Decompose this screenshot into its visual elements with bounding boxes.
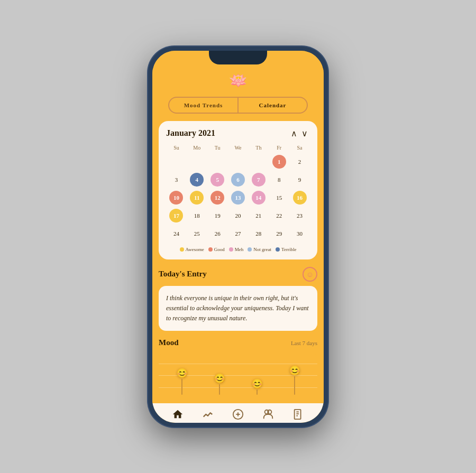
legend-label-good: Good: [214, 247, 225, 252]
mood-circle-6: 6: [231, 173, 245, 187]
phone-screen: 🪷 Mood Trends Calendar January 2021 ∧ ∨ …: [152, 51, 324, 423]
mood-section-header: Mood Last 7 days: [159, 338, 317, 347]
legend-good: Good: [208, 247, 225, 252]
day-header-mo: Mo: [187, 145, 207, 151]
day-number-18: 18: [194, 212, 200, 219]
legend-notgreat: Not great: [248, 247, 271, 252]
phone-frame: 🪷 Mood Trends Calendar January 2021 ∧ ∨ …: [148, 47, 328, 427]
legend-dot-terrible: [276, 247, 280, 252]
day-cell-28[interactable]: 28: [248, 226, 269, 242]
day-number-9: 9: [298, 177, 301, 183]
todays-entry-header: Today's Entry ☺: [159, 267, 317, 282]
mood-pin-line-2: [219, 384, 220, 395]
day-number-30: 30: [297, 230, 303, 237]
mood-circle-12: 12: [210, 191, 224, 205]
todays-entry-section: Today's Entry ☺ I think everyone is uniq…: [159, 267, 317, 331]
logo-area: 🪷: [152, 67, 324, 97]
day-cell-24[interactable]: 24: [166, 226, 187, 242]
nav-item-trends[interactable]: [202, 409, 214, 420]
day-cell-12[interactable]: 12: [207, 190, 228, 206]
tab-mood-trends[interactable]: Mood Trends: [168, 97, 238, 114]
day-cell-8[interactable]: 8: [269, 172, 289, 188]
mood-legend: Awesome Good Meh Not great: [166, 247, 310, 252]
day-cell-29[interactable]: 29: [269, 226, 289, 242]
todays-entry-title: Today's Entry: [159, 270, 207, 279]
day-cell-26[interactable]: 26: [207, 226, 228, 242]
mood-circle-17: 17: [169, 209, 183, 222]
day-cell-empty: [248, 154, 269, 170]
legend-meh: Meh: [229, 247, 244, 252]
mood-pin-line-4: [294, 376, 295, 395]
day-header-tu: Tu: [207, 145, 228, 151]
day-number-25: 25: [194, 230, 200, 237]
mood-pin-2: 😊: [214, 373, 225, 395]
mood-pin-face-1: 😊: [176, 367, 188, 379]
day-cell-4[interactable]: 4: [187, 172, 207, 188]
main-content-card: January 2021 ∧ ∨ Su Mo Tu We Th Fr Sa: [159, 121, 317, 259]
day-headers-row: Su Mo Tu We Th Fr Sa: [166, 145, 310, 151]
day-cell-30[interactable]: 30: [289, 226, 310, 242]
day-cell-23[interactable]: 23: [289, 208, 310, 224]
day-cell-1[interactable]: 1: [269, 154, 289, 170]
day-cell-3[interactable]: 3: [166, 172, 187, 188]
nav-item-profile[interactable]: [262, 409, 274, 420]
day-cell-10[interactable]: 10: [166, 190, 187, 206]
screen-content: 🪷 Mood Trends Calendar January 2021 ∧ ∨ …: [152, 51, 324, 423]
day-cell-19[interactable]: 19: [207, 208, 228, 224]
day-cell-20[interactable]: 20: [228, 208, 249, 224]
day-cell-9[interactable]: 9: [289, 172, 310, 188]
day-header-sa: Sa: [289, 145, 310, 151]
day-number-23: 23: [297, 212, 303, 219]
legend-terrible: Terrible: [276, 247, 296, 252]
legend-label-meh: Meh: [235, 247, 244, 252]
day-cell-14[interactable]: 14: [248, 190, 269, 206]
mood-pin-4: 😊: [289, 365, 300, 395]
day-cell-22[interactable]: 22: [269, 208, 289, 224]
mood-pin-line-1: [181, 379, 182, 395]
day-header-th: Th: [248, 145, 269, 151]
day-cell-16[interactable]: 16: [289, 190, 310, 206]
entry-text: I think everyone is unique in their own …: [166, 293, 310, 324]
day-number-28: 28: [255, 230, 261, 237]
day-cell-5[interactable]: 5: [207, 172, 228, 188]
day-number-15: 15: [276, 194, 282, 201]
add-entry-button[interactable]: ☺: [303, 267, 317, 282]
mood-pin-3: 😊: [251, 378, 263, 395]
mood-circle-11: 11: [190, 191, 204, 205]
day-cell-21[interactable]: 21: [248, 208, 269, 224]
nav-item-add[interactable]: [232, 409, 244, 420]
day-cell-13[interactable]: 13: [228, 190, 249, 206]
day-header-su: Su: [166, 145, 187, 151]
day-cell-2[interactable]: 2: [289, 154, 310, 170]
day-cell-6[interactable]: 6: [228, 172, 249, 188]
nav-item-journal[interactable]: [292, 409, 304, 420]
day-cell-25[interactable]: 25: [187, 226, 207, 242]
day-cell-11[interactable]: 11: [187, 190, 207, 206]
day-cell-27[interactable]: 27: [228, 226, 249, 242]
mood-circle-5: 5: [210, 173, 224, 187]
mood-circle-7: 7: [252, 173, 266, 187]
tab-calendar[interactable]: Calendar: [238, 97, 308, 114]
day-cell-7[interactable]: 7: [248, 172, 269, 188]
day-cell-empty: [166, 154, 187, 170]
entry-card: I think everyone is unique in their own …: [159, 286, 317, 331]
tabs-row: Mood Trends Calendar: [152, 97, 324, 114]
prev-month-button[interactable]: ∧: [289, 128, 299, 138]
calendar-header: January 2021 ∧ ∨: [166, 128, 310, 138]
day-cell-17[interactable]: 17: [166, 208, 187, 224]
day-cell-empty: [228, 154, 249, 170]
legend-dot-notgreat: [248, 247, 252, 252]
mood-pin-1: 😊: [176, 367, 188, 395]
day-number-26: 26: [215, 230, 221, 237]
legend-dot-awesome: [180, 247, 184, 252]
mood-circle-13: 13: [231, 191, 245, 205]
day-header-fr: Fr: [269, 145, 289, 151]
day-cell-18[interactable]: 18: [187, 208, 207, 224]
next-month-button[interactable]: ∨: [299, 128, 310, 138]
nav-item-home[interactable]: [172, 409, 184, 420]
mood-pin-face-4: 😊: [289, 365, 300, 376]
day-cell-15[interactable]: 15: [269, 190, 289, 206]
mood-pin-face-3: 😊: [251, 378, 263, 389]
bottom-nav: [152, 403, 324, 422]
legend-label-notgreat: Not great: [253, 247, 271, 252]
